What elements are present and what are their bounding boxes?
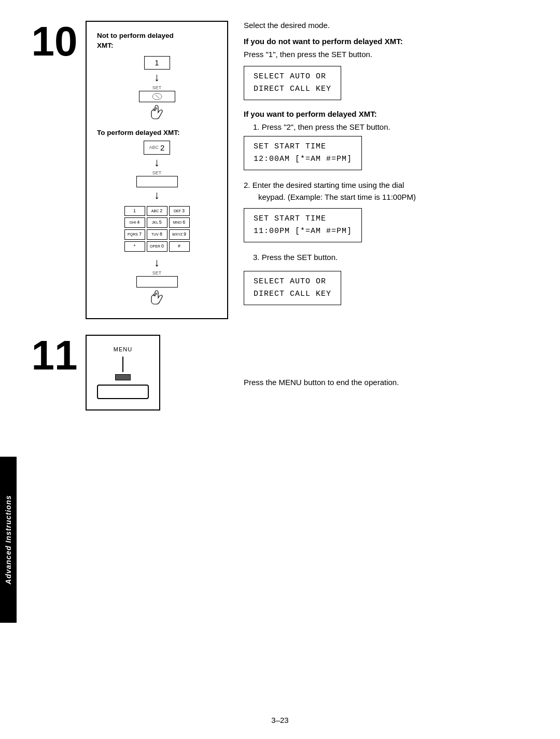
keypad-9: WXYZ 9: [169, 229, 190, 240]
lcd2-line1: SET START TIME: [254, 141, 352, 153]
keypad-6: MNO 6: [169, 217, 190, 228]
set-button-3: [136, 276, 178, 288]
step2-item1: 1. Press "2", then press the SET button.: [253, 121, 539, 133]
key2-prefix: ABC: [149, 145, 159, 150]
lcd1-line2: DIRECT CALL KEY: [254, 83, 331, 95]
menu-label: MENU: [114, 346, 132, 352]
step-10-diagram: Not to perform delayed XMT: 1 ↓ SET: [86, 21, 228, 319]
section1-heading: If you do not want to perform delayed XM…: [244, 37, 539, 46]
lcd-box-2: SET START TIME 12:00AM [*=AM #=PM]: [244, 136, 362, 170]
arrow-4: ↓: [154, 257, 160, 268]
menu-line: [122, 357, 123, 372]
step-10-title-not: Not to perform delayed XMT:: [97, 31, 174, 51]
hand-1: [148, 103, 166, 124]
step2-item3: 3. Press the SET button.: [253, 252, 539, 264]
keypad-5: JKL 5: [147, 217, 167, 228]
lcd2-line2: 12:00AM [*=AM #=PM]: [254, 153, 352, 166]
sidebar-label: Advanced Instructions: [4, 495, 12, 584]
sidebar: Advanced Instructions: [0, 457, 17, 623]
step-10-block: 10 Not to perform delayed XMT: 1 ↓ SET: [31, 21, 228, 319]
step2-item2: 2. Enter the desired starting time using…: [244, 180, 539, 203]
keypad-7: PQRS 7: [124, 229, 145, 240]
set-button-1: [139, 91, 175, 102]
step11-text: Press the MENU button to end the operati…: [244, 377, 539, 389]
key-2-button: ABC 2: [144, 141, 171, 155]
lcd-box-1: SELECT AUTO OR DIRECT CALL KEY: [244, 66, 341, 100]
step-11-number: 11: [31, 335, 78, 376]
lcd3-line1: SET START TIME: [254, 213, 352, 225]
arrow-2: ↓: [154, 157, 160, 168]
set-label-3: SET: [152, 270, 162, 276]
keypad-hash: #: [169, 241, 190, 252]
arrow-3: ↓: [154, 189, 160, 201]
lcd-box-3: SET START TIME 11:00PM [*=AM #=PM]: [244, 208, 362, 242]
arrow-1: ↓: [154, 72, 160, 83]
right-column: Select the desired mode. If you do not w…: [228, 16, 539, 426]
lcd4-line2: DIRECT CALL KEY: [254, 288, 331, 300]
page-number: 3–23: [271, 716, 288, 724]
keypad-1: 1: [124, 206, 145, 216]
lcd1-line1: SELECT AUTO OR: [254, 71, 331, 83]
keypad-3: DEF 3: [169, 206, 190, 216]
intro-text: Select the desired mode.: [244, 21, 539, 30]
keypad-8: TUV 8: [147, 229, 167, 240]
set-label-2: SET: [152, 170, 162, 175]
set-button-2: [136, 176, 178, 187]
key2-digit: 2: [160, 143, 164, 152]
step2-item2-indent: keypad. (Example: The start time is 11:0…: [258, 191, 539, 203]
svg-line-1: [156, 95, 159, 98]
keypad-0: OPER 0: [147, 241, 167, 252]
keypad-4: GHI 4: [124, 217, 145, 228]
key-1-button: 1: [144, 56, 170, 70]
lcd3-line2: 11:00PM [*=AM #=PM]: [254, 225, 352, 238]
step-10-number: 10: [31, 21, 78, 62]
step-11-block: 11 MENU: [31, 335, 228, 410]
menu-small-rect: [115, 374, 131, 380]
delayed-xmt-label: To perform delayed XMT:: [97, 129, 180, 136]
step-11-diagram: MENU: [86, 335, 160, 410]
menu-big-button: [97, 385, 149, 399]
section2-heading: If you want to perform delayed XMT:: [244, 110, 539, 118]
hand-2: [148, 289, 166, 309]
keypad-2: ABC 2: [147, 206, 167, 216]
lcd4-line1: SELECT AUTO OR: [254, 276, 331, 288]
keypad-grid: 1 ABC 2 DEF 3 GHI 4 JKL 5 MNO 6 PQRS 7 T…: [124, 206, 190, 252]
set-label-1: SET: [152, 85, 162, 90]
section1-body: Press "1", then press the SET button.: [244, 49, 539, 61]
lcd-box-4: SELECT AUTO OR DIRECT CALL KEY: [244, 271, 341, 305]
keypad-star: *: [124, 241, 145, 252]
